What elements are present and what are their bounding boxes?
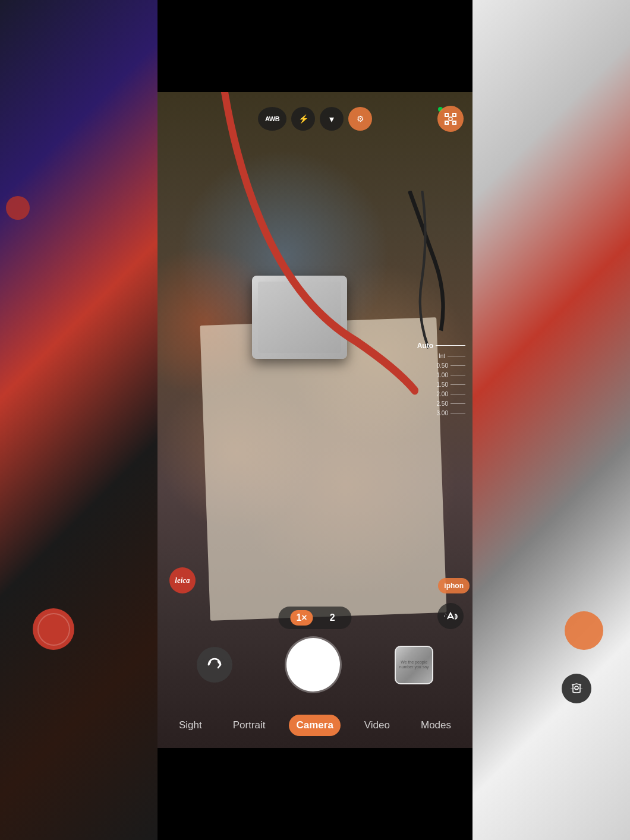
chevron-down-icon: ▾	[329, 113, 334, 125]
exposure-int[interactable]: Int	[429, 353, 465, 359]
notebook-object	[200, 318, 446, 621]
iphone-badge: iphon	[438, 578, 470, 593]
svg-rect-3	[453, 113, 456, 116]
exposure-250-line	[451, 403, 465, 404]
exposure-100[interactable]: 1.00	[431, 372, 465, 378]
exposure-100-line	[451, 375, 465, 375]
gear-icon: ⚙	[357, 114, 364, 124]
black-bar-top	[158, 0, 472, 92]
exposure-auto-line	[436, 345, 465, 346]
left-red-accent	[6, 196, 30, 220]
tab-portrait[interactable]: Portrait	[226, 715, 273, 736]
left-red-circle-inner	[37, 613, 70, 646]
exposure-int-label: Int	[429, 353, 445, 359]
zoom-1x-button[interactable]: 1×	[290, 610, 313, 626]
exposure-050-line	[451, 365, 465, 366]
flip-camera-button[interactable]	[197, 647, 232, 683]
svg-rect-2	[445, 113, 448, 116]
left-red-circle	[33, 608, 74, 650]
svg-point-0	[575, 686, 578, 690]
exposure-300[interactable]: 3.00	[431, 410, 465, 416]
af-icon	[443, 608, 458, 624]
right-orange-circle	[565, 611, 603, 650]
zoom-controls: 1× 2	[278, 607, 351, 629]
gallery-preview-text: We the people number you say	[398, 660, 430, 670]
exposure-int-line	[448, 356, 465, 356]
exposure-200[interactable]: 2.00	[431, 391, 465, 397]
camera-viewport: AWB ⚡ ▾ ⚙ Auto I	[158, 92, 472, 748]
svg-point-6	[449, 117, 452, 121]
svg-rect-4	[445, 121, 448, 124]
gallery-thumbnail[interactable]: We the people number you say	[395, 646, 433, 684]
toolbar-center: AWB ⚡ ▾ ⚙	[258, 107, 372, 131]
top-toolbar: AWB ⚡ ▾ ⚙	[158, 92, 472, 146]
exposure-300-label: 3.00	[431, 410, 448, 416]
left-blur-content	[0, 0, 158, 840]
exposure-200-line	[451, 394, 465, 394]
exposure-150[interactable]: 1.50	[431, 381, 465, 388]
left-side-panel	[0, 0, 158, 840]
right-blur-content	[472, 0, 630, 840]
awb-button[interactable]: AWB	[258, 107, 286, 131]
flip-icon	[206, 656, 223, 674]
leica-badge[interactable]: leica	[169, 567, 196, 593]
shutter-button[interactable]	[286, 638, 340, 691]
zoom-2x-button[interactable]: 2	[325, 611, 340, 624]
exposure-050-label: 0.50	[431, 362, 448, 369]
right-dark-circle	[562, 674, 591, 703]
black-bar-bottom	[158, 748, 472, 840]
exposure-150-label: 1.50	[431, 381, 448, 388]
chevron-button[interactable]: ▾	[320, 107, 344, 131]
exposure-100-label: 1.00	[431, 372, 448, 378]
flash-button[interactable]: ⚡	[291, 107, 315, 131]
bottom-controls: We the people number you say	[158, 638, 472, 691]
gallery-thumbnail-preview: We the people number you say	[396, 647, 432, 683]
exposure-050[interactable]: 0.50	[431, 362, 465, 369]
exposure-200-label: 2.00	[431, 391, 448, 397]
charger-device	[252, 276, 347, 359]
exposure-auto[interactable]: Auto	[417, 342, 465, 350]
face-detect-button[interactable]	[437, 106, 464, 132]
tab-camera[interactable]: Camera	[289, 715, 340, 736]
tab-video[interactable]: Video	[357, 715, 397, 736]
exposure-300-line	[451, 413, 465, 413]
flash-icon: ⚡	[298, 114, 308, 124]
right-side-panel	[472, 0, 630, 840]
af-toggle[interactable]	[437, 603, 464, 629]
leica-text: leica	[175, 576, 190, 585]
tab-modes[interactable]: Modes	[414, 715, 458, 736]
svg-rect-5	[453, 121, 456, 124]
face-detect-icon	[444, 112, 457, 125]
exposure-auto-label: Auto	[417, 342, 433, 350]
svg-line-12	[445, 614, 446, 615]
tab-sight[interactable]: Sight	[172, 715, 209, 736]
exposure-panel: Auto Int 0.50 1.00 1.50 2.00 2.50 3.00	[417, 342, 465, 416]
settings-button[interactable]: ⚙	[348, 107, 372, 131]
mode-tabs: Sight Portrait Camera Video Modes	[158, 715, 472, 736]
exposure-250-label: 2.50	[431, 400, 448, 407]
exposure-150-line	[451, 384, 465, 385]
exposure-250[interactable]: 2.50	[431, 400, 465, 407]
